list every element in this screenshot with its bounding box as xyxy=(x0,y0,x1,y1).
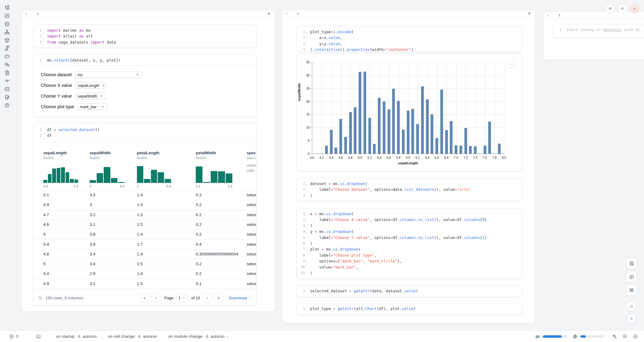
line-number: 2 xyxy=(297,217,307,223)
sidebar-function-square-icon[interactable] xyxy=(4,13,10,19)
code-editor[interactable]: 1⌄ dataset = mo.ui.dropdown( 2 label="Ch… xyxy=(297,178,522,201)
prev-column-icon[interactable] xyxy=(546,13,551,18)
code-editor[interactable]: 1⌄ x = mo.ui.dropdown( 2 label="Choose X… xyxy=(297,208,522,278)
column-header[interactable]: sepalLength xyxy=(43,151,67,155)
line-number: 1⌄ xyxy=(297,211,307,217)
command-button[interactable]: ⌘ xyxy=(626,285,637,296)
dropdown-label: Choose X value xyxy=(41,83,72,88)
next-column-icon[interactable] xyxy=(557,13,562,18)
prev-page-button[interactable]: ‹ xyxy=(152,293,161,302)
sidebar-help-icon[interactable] xyxy=(4,103,10,108)
code-line: 1 df = selected_dataset() xyxy=(34,127,256,133)
table-cell: 4.9 xyxy=(43,279,49,289)
table-row[interactable]: 4.63.41.40.30000000000000004setosa xyxy=(34,249,256,259)
column-header[interactable]: sepalWidth xyxy=(90,151,111,155)
menu-icon xyxy=(608,6,612,11)
table-cell: setosa xyxy=(247,230,256,239)
gridline xyxy=(312,75,504,76)
chart-bar xyxy=(349,112,352,154)
sidebar-chatbot-icon[interactable] xyxy=(4,54,10,59)
connection-check-icon[interactable] xyxy=(633,334,638,339)
choose-plot-type-select[interactable]: mark_bar xyxy=(77,103,107,110)
add-cell-button[interactable]: + xyxy=(528,10,531,16)
table-row[interactable]: 5.13.51.40.2setosa xyxy=(34,190,256,200)
code-editor[interactable]: 1 import marimo as mo 2 import altair as… xyxy=(34,25,256,48)
gridline xyxy=(495,62,495,154)
code-line: 6 ) xyxy=(297,240,522,246)
cell-dataset-dropdown: 1⌄ dataset = mo.ui.dropdown( 2 label="Ch… xyxy=(296,178,522,201)
y-tick-label: 5 xyxy=(302,139,309,142)
autorun-setting[interactable]: on startup: autorun xyxy=(56,334,97,339)
column-header[interactable]: petalLength xyxy=(137,151,159,155)
chart-actions-button[interactable]: ⋯ xyxy=(506,59,515,68)
add-cell-button[interactable]: + xyxy=(267,11,270,17)
table-row[interactable]: 4.63.11.50.2setosa xyxy=(34,220,256,230)
column-header[interactable]: petalWidth xyxy=(196,151,216,155)
table-row[interactable]: 4.931.40.2setosa xyxy=(34,200,256,210)
shutdown-button[interactable]: × xyxy=(630,4,639,13)
table-row[interactable]: 5.43.91.70.4setosa xyxy=(34,240,256,250)
table-row[interactable]: 53.61.40.2setosa xyxy=(34,230,256,240)
altair-bar-chart[interactable]: 4.04.24.44.64.85.05.25.45.65.86.06.26.46… xyxy=(297,54,522,171)
sidebar-logs-search-icon[interactable] xyxy=(4,62,10,67)
choose-y-value-select[interactable]: sepalWidth xyxy=(75,93,106,99)
page-of-label: of 15 xyxy=(191,296,200,300)
column-header[interactable]: species xyxy=(247,151,256,155)
table-cell: 0.30000000000000004 xyxy=(196,249,238,259)
sidebar-database-icon[interactable] xyxy=(4,21,10,27)
column-histogram[interactable] xyxy=(90,162,124,183)
sidebar-file-tree-icon[interactable] xyxy=(4,5,10,10)
x-tick-label: 6.8 xyxy=(443,156,450,159)
terminal-icon[interactable] xyxy=(36,334,41,339)
menu-button[interactable] xyxy=(606,4,615,13)
code-editor[interactable]: 1 plot_type = getattr(alt.Chart(df), plo… xyxy=(297,303,522,314)
column-3: 1 Start coding or generate with AI xyxy=(543,12,644,60)
download-button[interactable]: Download xyxy=(229,296,251,300)
first-page-button[interactable]: « xyxy=(140,293,149,302)
sidebar-activity-icon[interactable] xyxy=(4,78,10,84)
sidebar-package-icon[interactable] xyxy=(4,37,10,43)
layout-grid-button[interactable] xyxy=(626,271,637,282)
settings-button[interactable] xyxy=(618,4,627,13)
column-histogram[interactable] xyxy=(137,162,171,183)
table-row[interactable]: 4.93.11.50.1setosa xyxy=(34,279,256,289)
next-column-icon[interactable] xyxy=(35,12,40,16)
run-play-button[interactable] xyxy=(627,314,636,323)
prev-column-icon[interactable] xyxy=(285,11,290,16)
chart-bar xyxy=(484,146,486,154)
next-column-icon[interactable] xyxy=(296,11,301,16)
choose-dataset-select[interactable]: iris xyxy=(75,71,142,78)
column-histogram[interactable] xyxy=(43,162,78,183)
x-tick-label: 7.0 xyxy=(453,156,460,159)
error-count[interactable]: 0 xyxy=(9,334,18,339)
search-icon[interactable] xyxy=(38,296,42,300)
sidebar-script-icon[interactable] xyxy=(4,45,10,51)
page-select[interactable]: 1 xyxy=(176,294,188,302)
next-page-button[interactable]: › xyxy=(202,293,212,302)
app-frame-button[interactable] xyxy=(627,301,636,311)
line-number: 4⌄ xyxy=(297,229,307,234)
column-histogram[interactable] xyxy=(196,162,232,183)
choose-x-value-select[interactable]: sepalLength xyxy=(75,82,106,89)
table-row[interactable]: 4.73.21.30.2setosa xyxy=(34,210,256,220)
autorun-setting[interactable]: on cell change: autorun xyxy=(108,334,157,339)
prev-column-icon[interactable] xyxy=(24,12,29,16)
sidebar-scratchpad-icon[interactable] xyxy=(4,94,10,100)
table-row[interactable]: 4.42.91.40.2setosa xyxy=(34,269,256,279)
copilot-icon[interactable] xyxy=(622,334,628,339)
save-button[interactable] xyxy=(626,258,637,269)
x-tick-label: 5.8 xyxy=(395,156,402,159)
autorun-setting[interactable]: on module change: autorun xyxy=(168,334,229,339)
generate-ai-link[interactable]: generate xyxy=(603,27,621,32)
sidebar-document-icon[interactable] xyxy=(4,70,10,76)
code-editor[interactable]: 1⌄ plot_type().encode( 2 x=x.value, 3 y=… xyxy=(297,27,522,52)
sidebar-snippets-icon[interactable] xyxy=(4,86,10,92)
code-editor[interactable]: 1 mo.vstack([dataset, x, y, plot]) xyxy=(34,55,256,66)
code-editor[interactable]: 1 Start coding or generate with AI xyxy=(553,24,644,35)
last-page-button[interactable]: » xyxy=(214,293,223,302)
table-row[interactable]: 53.41.50.2setosa xyxy=(34,259,256,269)
code-editor[interactable]: 1 selected_dataset = getattr(data, datas… xyxy=(297,286,522,296)
code-editor[interactable]: 1 df = selected_dataset() 2 df xyxy=(34,123,256,142)
sparkles-icon[interactable] xyxy=(612,334,617,339)
sidebar-dependency-graph-icon[interactable] xyxy=(4,29,10,35)
